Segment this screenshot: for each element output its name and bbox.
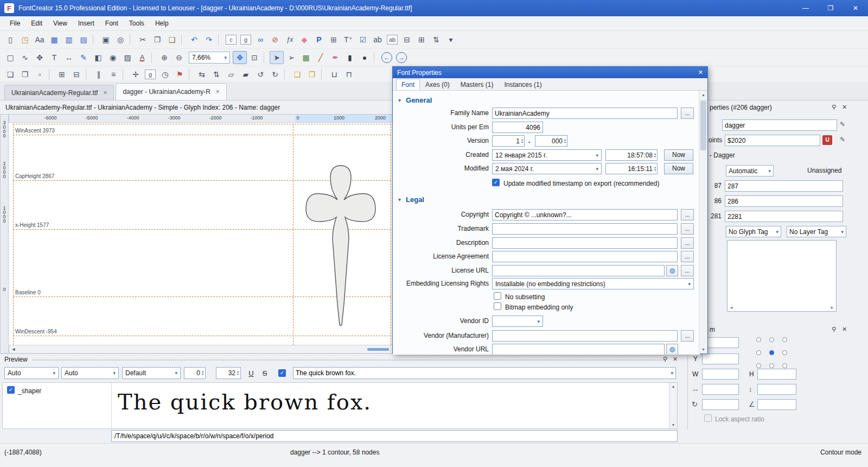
width-input[interactable]: [702, 369, 739, 380]
pin-icon[interactable]: ⚲: [663, 356, 667, 363]
section-collapse-icon[interactable]: ▾: [398, 197, 401, 203]
features-select[interactable]: Default ▾: [122, 367, 181, 379]
document-tab[interactable]: UkrainianAcademy-Regular.ttf ×: [4, 85, 114, 100]
dagger-glyph-outline[interactable]: [304, 164, 378, 329]
scroll-left-icon[interactable]: ◄: [729, 305, 733, 310]
paste-glyph-icon[interactable]: g: [240, 35, 251, 45]
y-position-input[interactable]: [702, 354, 739, 364]
copy-outline-icon[interactable]: ❏: [3, 68, 17, 81]
add-glyph-icon[interactable]: ⊞: [414, 33, 429, 46]
anchor-point-dot[interactable]: [782, 337, 787, 342]
insert-character-icon[interactable]: T⁺: [341, 33, 355, 46]
created-date-select[interactable]: 12 января 2015 г. ▾: [492, 149, 602, 161]
maximize-button[interactable]: ❐: [818, 0, 843, 16]
language-select[interactable]: Auto ▾: [61, 367, 119, 379]
sort-icon[interactable]: ⇅: [429, 33, 443, 46]
contour-select-icon[interactable]: ➤: [270, 51, 284, 64]
transform-anchor-selector[interactable]: [752, 333, 791, 372]
close-icon[interactable]: ✕: [842, 326, 847, 333]
modified-now-button[interactable]: Now: [664, 163, 693, 174]
print-icon[interactable]: ▣: [99, 33, 113, 46]
distribute-icon[interactable]: ≡: [106, 68, 120, 81]
skew-horizontal-icon[interactable]: ▱: [224, 68, 238, 81]
dialog-titlebar[interactable]: Font Properties ✕: [393, 67, 707, 78]
save-as-icon[interactable]: ▥: [62, 33, 76, 46]
close-icon[interactable]: ✕: [673, 356, 678, 363]
embedding-rights-select[interactable]: Installable (no embedding restrictions) …: [492, 278, 694, 289]
spin-down-icon[interactable]: ▾: [564, 141, 566, 144]
strikethrough-toggle-button[interactable]: S: [259, 367, 271, 379]
menu-item[interactable]: View: [48, 17, 73, 29]
glyph-names-icon[interactable]: ab: [387, 35, 398, 45]
anchor-point-dot[interactable]: [769, 363, 774, 368]
anchor-flag-icon[interactable]: ⚑: [173, 68, 187, 81]
anchor-point-dot[interactable]: [782, 363, 787, 368]
spin-down-icon[interactable]: ▾: [521, 141, 523, 144]
glyph-tag-listbox[interactable]: ◄ ►: [727, 240, 837, 312]
created-time-stepper[interactable]: 18:57:08 ▴▾: [605, 149, 658, 161]
redo-icon[interactable]: ↷: [202, 33, 216, 46]
family-name-input[interactable]: [492, 108, 678, 119]
scroll-right-icon[interactable]: ►: [830, 305, 834, 310]
tab-close-icon[interactable]: ×: [103, 89, 107, 97]
zoom-fit-icon[interactable]: ✥: [233, 51, 247, 64]
vendor-url-input[interactable]: [492, 344, 665, 355]
no-subsetting-checkbox[interactable]: [494, 292, 501, 300]
scrollbar-thumb[interactable]: [367, 348, 389, 351]
send-backward-icon[interactable]: ❐: [305, 68, 319, 81]
document-tab[interactable]: dagger - UkrainianAcademy-R ×: [116, 83, 226, 100]
created-now-button[interactable]: Now: [664, 149, 693, 161]
eraser-icon[interactable]: ◆: [297, 33, 311, 46]
skew-input[interactable]: [757, 399, 796, 410]
menu-item[interactable]: File: [4, 17, 25, 29]
edit-pencil-icon[interactable]: ✎: [840, 121, 845, 128]
draw-contour-icon[interactable]: ✎: [76, 51, 91, 64]
update-timestamp-checkbox[interactable]: ✓: [492, 179, 500, 186]
section-collapse-icon[interactable]: ▾: [398, 97, 401, 103]
nav-forward-icon[interactable]: →: [396, 52, 407, 63]
font-size-stepper[interactable]: 32 ▴▾: [216, 367, 241, 379]
pin-icon[interactable]: ⚲: [832, 326, 836, 333]
legal-section-header[interactable]: ▾ Legal: [398, 194, 424, 204]
font-color-icon[interactable]: A: [135, 51, 149, 64]
spin-down-icon[interactable]: ▾: [237, 373, 239, 376]
opentype-designer-icon[interactable]: ⊞: [327, 33, 341, 46]
glyph-tag-select[interactable]: No Glyph Tag ▾: [726, 226, 781, 237]
paste-outline-icon[interactable]: ❐: [18, 68, 32, 81]
scrollbar-thumb[interactable]: [700, 100, 706, 150]
slice-icon[interactable]: ╱: [314, 51, 328, 64]
menu-item[interactable]: Insert: [73, 17, 100, 29]
decompose-icon[interactable]: ⊘: [268, 33, 282, 46]
copy-composite-icon[interactable]: c: [226, 35, 237, 45]
copyright-browse-button[interactable]: ...: [681, 209, 694, 220]
glyph-sequence-input[interactable]: [111, 430, 678, 442]
zoom-level-combo[interactable]: 7,66% ▾: [189, 52, 230, 64]
copyright-input[interactable]: [492, 209, 678, 220]
close-icon[interactable]: ✕: [842, 104, 847, 111]
license-agreement-browse-button[interactable]: ...: [681, 251, 694, 262]
dialog-tab[interactable]: Font: [396, 79, 420, 90]
metric-value-input[interactable]: [725, 211, 843, 222]
dialog-vertical-scrollbar[interactable]: ▴ ▾: [699, 91, 707, 354]
zoom-selection-icon[interactable]: ⊡: [247, 51, 261, 64]
rotate-input[interactable]: [702, 399, 739, 410]
script-select[interactable]: Auto ▾: [4, 367, 59, 379]
menu-item[interactable]: Tools: [124, 17, 150, 29]
preview-options-checkbox[interactable]: ✓: [278, 369, 286, 377]
rotate-ccw-icon[interactable]: ↺: [253, 68, 267, 81]
spin-down-icon[interactable]: ▾: [202, 373, 203, 376]
zoom-out-icon[interactable]: ⊖: [172, 51, 186, 64]
anchor-point-dot[interactable]: [769, 337, 774, 342]
font-overview-icon[interactable]: Aa: [33, 33, 47, 46]
paste-icon[interactable]: ❑: [165, 33, 179, 46]
point-add-icon[interactable]: ➢: [284, 51, 298, 64]
mapping-mode-select[interactable]: Automatic ▾: [726, 165, 774, 176]
new-document-icon[interactable]: ▯: [3, 33, 17, 46]
open-file-icon[interactable]: ◳: [18, 33, 32, 46]
flip-vertical-icon[interactable]: ⇅: [209, 68, 224, 81]
intersection-icon[interactable]: ⊓: [342, 68, 356, 81]
spin-down-icon[interactable]: ▾: [654, 155, 656, 158]
vendor-id-select[interactable]: ▾: [492, 315, 543, 327]
anchor-point-dot[interactable]: [756, 363, 761, 368]
description-browse-button[interactable]: ...: [681, 237, 694, 249]
